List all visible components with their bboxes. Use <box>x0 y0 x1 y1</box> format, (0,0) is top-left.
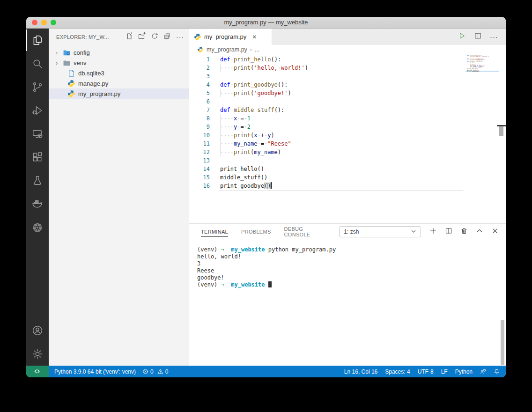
code-line-6[interactable]: 6 <box>189 97 506 106</box>
trash-icon <box>460 227 468 235</box>
chevron-right-icon[interactable]: › <box>56 49 62 56</box>
file-row-config[interactable]: ›config <box>49 47 189 58</box>
activity-kubernetes[interactable] <box>26 216 49 239</box>
play-icon <box>458 32 466 40</box>
breadcrumb-more[interactable]: ... <box>255 46 259 53</box>
tab-my-program[interactable]: my_program.py ✕ <box>189 29 272 45</box>
editor-scrollbar-slider[interactable] <box>499 126 503 136</box>
activity-source-control[interactable] <box>26 75 49 99</box>
new-terminal-button[interactable] <box>429 227 437 236</box>
line-number: 9 <box>189 123 210 131</box>
panel-header: TERMINALPROBLEMSDEBUG CONSOLE 1: zsh <box>189 224 506 240</box>
panel-tab-debug-console[interactable]: DEBUG CONSOLE <box>284 224 326 239</box>
extensions-icon <box>31 151 44 163</box>
close-panel-button[interactable] <box>491 227 499 236</box>
chevron-right-icon[interactable]: › <box>56 59 62 66</box>
terminal-line: (venv) → my_website python my_program.py <box>197 246 506 253</box>
activity-settings[interactable] <box>26 342 49 366</box>
line-number: 5 <box>189 89 210 97</box>
python-icon <box>67 90 75 98</box>
code-line-10[interactable]: 10····print(x·+·y) <box>189 131 506 140</box>
code-line-9[interactable]: 9····y·=·2 <box>189 123 506 131</box>
code-line-12[interactable]: 12····print(my_name) <box>189 148 506 156</box>
search-icon <box>31 58 44 70</box>
shell-select[interactable]: 1: zsh <box>339 226 421 237</box>
close-tab-icon[interactable]: ✕ <box>252 34 257 40</box>
files-icon <box>31 34 44 46</box>
line-number: 15 <box>189 173 210 182</box>
file-row-db.sqlite3[interactable]: db.sqlite3 <box>49 68 189 78</box>
kill-terminal-button[interactable] <box>460 227 468 236</box>
maximize-panel-button[interactable] <box>476 227 483 236</box>
breadcrumb-file[interactable]: my_program.py <box>207 46 247 53</box>
new-file-button[interactable] <box>126 32 133 42</box>
new-folder-icon <box>138 32 146 40</box>
remote-icon <box>34 368 41 375</box>
collapse-all-icon <box>163 32 171 40</box>
bell-icon <box>494 368 500 375</box>
breadcrumb[interactable]: my_program.py › ... <box>189 45 506 54</box>
code-line-15[interactable]: 15middle_stuff() <box>189 173 506 182</box>
terminal-line: (venv) → my_website <box>197 281 506 288</box>
explorer-title: EXPLORER: MY_W... <box>56 34 109 40</box>
panel-tab-problems[interactable]: PROBLEMS <box>241 227 271 236</box>
cursor-position-status[interactable]: Ln 16, Col 16 <box>344 368 377 375</box>
terminal-line: 3 <box>197 260 506 267</box>
code-editor[interactable]: 1def·print_hello():2····print('hello,·wo… <box>189 54 506 223</box>
python-interpreter-status[interactable]: Python 3.9.0 64-bit ('venv': venv) <box>54 368 136 375</box>
minimap[interactable]: def·print_hello():····print('hello,·worl… <box>466 55 499 72</box>
code-line-8[interactable]: 8····x·=·1 <box>189 114 506 123</box>
code-line-13[interactable]: 13 <box>189 156 506 165</box>
split-editor-button[interactable] <box>474 32 482 42</box>
terminal-scrollbar[interactable] <box>501 320 504 365</box>
error-icon <box>142 368 148 375</box>
split-terminal-button[interactable] <box>445 227 452 236</box>
editor-more-actions-button[interactable]: ··· <box>490 33 498 41</box>
code-line-1[interactable]: 1def·print_hello(): <box>189 55 506 64</box>
panel-tab-terminal[interactable]: TERMINAL <box>201 227 228 237</box>
code-line-16[interactable]: 16print_goodbye() <box>189 182 506 190</box>
file-row-manage.py[interactable]: manage.py <box>49 78 189 88</box>
code-line-4[interactable]: 4def·print_goodbye(): <box>189 81 506 89</box>
language-mode-status[interactable]: Python <box>455 368 473 375</box>
activity-testing[interactable] <box>26 169 49 192</box>
window-title: my_program.py — my_website <box>26 17 506 28</box>
feedback-button[interactable] <box>480 368 486 375</box>
activity-account[interactable] <box>26 319 49 342</box>
code-line-2[interactable]: 2····print('hello,·world!') <box>189 64 506 72</box>
activity-run-debug[interactable] <box>26 99 49 122</box>
remote-indicator[interactable] <box>26 366 49 377</box>
code-line-7[interactable]: 7def·middle_stuff(): <box>189 106 506 114</box>
activity-extensions[interactable] <box>26 146 49 169</box>
code-line-5[interactable]: 5····print('goodbye!') <box>189 89 506 97</box>
titlebar[interactable]: my_program.py — my_website <box>26 17 506 29</box>
terminal-line: Reese <box>197 267 506 274</box>
views-more-button[interactable]: ··· <box>176 35 184 39</box>
code-line-14[interactable]: 14print_hello() <box>189 165 506 173</box>
file-tree: ›config›venvdb.sqlite3manage.pymy_progra… <box>49 45 189 99</box>
chevron-right-icon: › <box>250 46 252 53</box>
file-row-my_program.py[interactable]: my_program.py <box>49 88 189 99</box>
notifications-button[interactable] <box>494 368 500 375</box>
run-python-file-button[interactable] <box>458 32 466 42</box>
terminal-cursor <box>268 281 272 287</box>
problems-status[interactable]: 0 0 <box>142 368 168 375</box>
vscode-window: my_program.py — my_website <box>26 17 506 377</box>
eol-status[interactable]: LF <box>441 368 448 375</box>
terminal-output[interactable]: (venv) → my_website python my_program.py… <box>189 240 506 366</box>
code-line-11[interactable]: 11····my_name·=·"Reese" <box>189 140 506 148</box>
collapse-folders-button[interactable] <box>163 32 171 42</box>
encoding-status[interactable]: UTF-8 <box>418 368 434 375</box>
code-line-3[interactable]: 3 <box>189 72 506 81</box>
activity-remote-explorer[interactable] <box>26 122 49 146</box>
activity-explorer[interactable] <box>26 29 49 52</box>
new-folder-button[interactable] <box>138 32 146 42</box>
refresh-icon <box>151 32 158 40</box>
activity-search[interactable] <box>26 52 49 75</box>
file-label: manage.py <box>78 80 108 87</box>
activity-docker[interactable] <box>26 192 49 216</box>
file-row-venv[interactable]: ›venv <box>49 58 189 68</box>
indentation-status[interactable]: Spaces: 4 <box>385 368 410 375</box>
plus-icon <box>429 227 437 235</box>
refresh-button[interactable] <box>151 32 158 42</box>
